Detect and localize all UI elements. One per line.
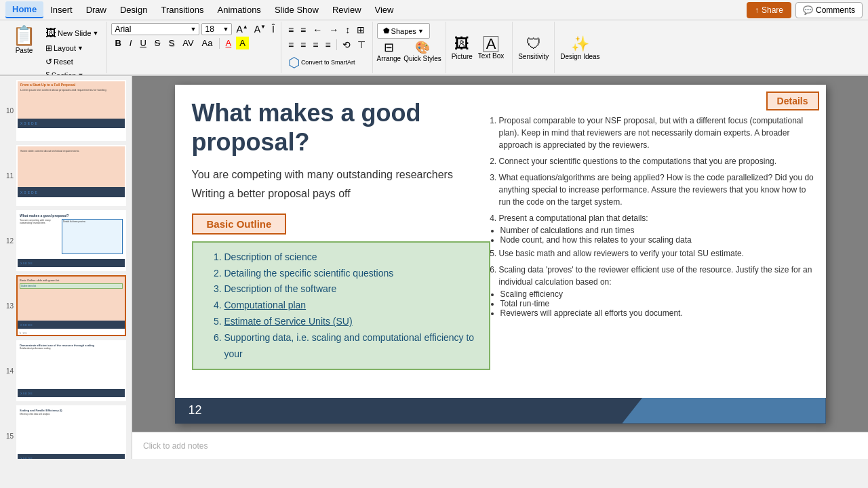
- comment-icon: 💬: [803, 5, 813, 15]
- slide-number-14: 14: [3, 367, 14, 375]
- outline-item-6: Supporting data, i.e. scaling and comput…: [224, 330, 482, 363]
- convert-smartart-button[interactable]: ⬡ Convert to SmartArt: [285, 53, 358, 72]
- align-left-button[interactable]: ≡: [285, 38, 296, 52]
- layout-icon: ⊞: [45, 43, 52, 53]
- paste-label: Paste: [16, 47, 33, 54]
- text-box-icon: A: [484, 36, 499, 52]
- design-ideas-button[interactable]: ✨ Design Ideas: [560, 35, 599, 60]
- font-group: Arial ▼ 18 ▼ A▲ A▼ Î B I U S S AV Aa: [107, 22, 281, 73]
- section-button[interactable]: § Section ▼: [43, 69, 101, 76]
- slide-entry: 12 What makes a good proposal? You are c…: [3, 210, 129, 271]
- slide-thumb-13[interactable]: Basic Outline slide with green list Outl…: [16, 275, 126, 336]
- slide-entry: 14 Demonstrate efficient use of the reso…: [3, 340, 129, 401]
- justify-button[interactable]: ≡: [322, 38, 333, 52]
- paste-button[interactable]: 📋 Paste: [8, 23, 40, 56]
- align-right-button[interactable]: ≡: [310, 38, 321, 52]
- decrease-indent-button[interactable]: ←: [310, 23, 325, 37]
- increase-indent-button[interactable]: →: [326, 23, 341, 37]
- layout-button[interactable]: ⊞ Layout ▼: [43, 42, 101, 54]
- slide-left-content: What makes a good proposal? You are comp…: [192, 98, 490, 371]
- shapes-icon: ⬟: [383, 26, 390, 35]
- layout-dropdown-icon: ▼: [77, 45, 83, 52]
- menu-transitions[interactable]: Transitions: [154, 2, 210, 18]
- details-bullets-1: Number of calculations and run times Nod…: [500, 226, 819, 245]
- sensitivity-group: 🛡 Sensitivity: [513, 22, 555, 73]
- slide-subtitle1: You are competing with many outstanding …: [192, 169, 490, 181]
- bullets-button[interactable]: ≡: [285, 23, 296, 37]
- picture-group: 🖼 Picture A Text Box: [446, 22, 513, 73]
- char-spacing-button[interactable]: AV: [179, 37, 197, 49]
- details-item-5: Use basic math and allow reviewers to ve…: [499, 247, 819, 260]
- underline-button[interactable]: U: [136, 37, 149, 49]
- reset-button[interactable]: ↺ Reset: [43, 56, 101, 68]
- italic-button[interactable]: I: [126, 37, 136, 49]
- text-box-button[interactable]: A Text Box: [475, 36, 507, 60]
- new-slide-button[interactable]: 🖼 New Slide ▼: [43, 26, 101, 41]
- arrange-button[interactable]: ⊟ Arrange: [377, 40, 401, 62]
- menu-view[interactable]: View: [368, 2, 401, 18]
- details-item-4: Present a computational plan that detail…: [499, 212, 819, 224]
- menu-animations[interactable]: Animations: [211, 2, 268, 18]
- numbering-button[interactable]: ≡: [298, 23, 309, 37]
- clear-format-button[interactable]: Î: [270, 23, 277, 35]
- comments-button[interactable]: 💬 Comments: [795, 2, 863, 18]
- notes-area[interactable]: Click to add notes: [132, 432, 868, 459]
- details-bullet-5: Reviewers will appreciate all efforts yo…: [500, 308, 819, 318]
- share-button[interactable]: ↑ Share: [747, 2, 791, 18]
- strikethrough-button[interactable]: S: [151, 37, 164, 49]
- basic-outline-label: Basic Outline: [192, 214, 287, 235]
- slide-thumb-12[interactable]: What makes a good proposal? You are comp…: [16, 210, 126, 271]
- highlight-button[interactable]: A: [236, 37, 249, 49]
- drawing-group: ⬟ Shapes ▼ ⊟ Arrange 🎨 Quick Styles: [373, 22, 446, 73]
- slide-title: What makes a good proposal?: [192, 98, 490, 157]
- slide-thumb-10[interactable]: From a Start-Up to a Full Proposal Lorem…: [16, 80, 126, 141]
- details-label: Details: [766, 92, 819, 110]
- shapes-dropdown-icon: ▼: [418, 28, 424, 35]
- line-spacing-button[interactable]: ↕: [342, 23, 353, 37]
- arrange-icon: ⊟: [384, 40, 394, 55]
- reset-icon: ↺: [45, 57, 52, 66]
- outline-list-container: Description of science Detailing the spe…: [192, 241, 490, 371]
- bold-button[interactable]: B: [111, 37, 124, 49]
- menu-insert[interactable]: Insert: [43, 2, 79, 18]
- details-bullet-1: Number of calculations and run times: [500, 226, 819, 235]
- change-case-button[interactable]: Aa: [199, 37, 216, 49]
- menu-home[interactable]: Home: [5, 1, 43, 18]
- shadow-button[interactable]: S: [165, 37, 178, 49]
- menu-slideshow[interactable]: Slide Show: [268, 2, 326, 18]
- font-name-dropdown[interactable]: Arial ▼: [111, 23, 199, 35]
- slide-thumb-14[interactable]: Demonstrate efficient use of the resourc…: [16, 340, 126, 401]
- menu-review[interactable]: Review: [326, 2, 368, 18]
- slide-thumb-15[interactable]: Scaling and Parallel Efficiency (I) Effi…: [16, 405, 126, 459]
- picture-button[interactable]: 🖼 Picture: [452, 35, 473, 60]
- decrease-font-button[interactable]: A▼: [252, 23, 268, 35]
- slide-panel: 10 From a Start-Up to a Full Proposal Lo…: [0, 76, 132, 459]
- align-center-button[interactable]: ≡: [298, 38, 309, 52]
- text-direction-button[interactable]: ⟲: [340, 38, 353, 52]
- font-color-button[interactable]: A: [222, 37, 235, 49]
- columns-button[interactable]: ⊞: [354, 23, 368, 37]
- font-size-dropdown[interactable]: 18 ▼: [201, 23, 232, 35]
- menu-design[interactable]: Design: [113, 2, 154, 18]
- shapes-button[interactable]: ⬟ Shapes ▼: [377, 23, 430, 39]
- notes-placeholder: Click to add notes: [143, 441, 208, 451]
- menu-bar: Home Insert Draw Design Transitions Anim…: [0, 0, 868, 20]
- main-slide[interactable]: What makes a good proposal? You are comp…: [175, 85, 826, 424]
- align-text-button[interactable]: ⊤: [355, 38, 368, 52]
- outline-list: Description of science Detailing the spe…: [214, 249, 482, 363]
- quick-styles-button[interactable]: 🎨 Quick Styles: [403, 40, 441, 62]
- new-slide-dropdown-icon: ▼: [93, 30, 99, 37]
- slide-number-15: 15: [3, 432, 14, 440]
- sensitivity-button[interactable]: 🛡 Sensitivity: [518, 35, 549, 60]
- new-slide-icon: 🖼: [45, 27, 56, 39]
- slide-thumb-11[interactable]: Some slide content about technical requi…: [16, 145, 126, 206]
- details-bullets-2: Scaling efficiency Total run-time Review…: [500, 289, 819, 318]
- details-item-6: Scaling data 'proves' to the reviewer ef…: [499, 264, 819, 288]
- slide-entry: 15 Scaling and Parallel Efficiency (I) E…: [3, 405, 129, 459]
- details-list: Proposal comparable to your NSF proposal…: [487, 115, 819, 224]
- details-item-2: Connect your scientific questions to the…: [499, 155, 819, 167]
- increase-font-button[interactable]: A▲: [234, 23, 250, 35]
- menu-draw[interactable]: Draw: [79, 2, 113, 18]
- design-ideas-group: ✨ Design Ideas: [555, 22, 605, 73]
- details-list-cont: Use basic math and allow reviewers to ve…: [487, 247, 819, 288]
